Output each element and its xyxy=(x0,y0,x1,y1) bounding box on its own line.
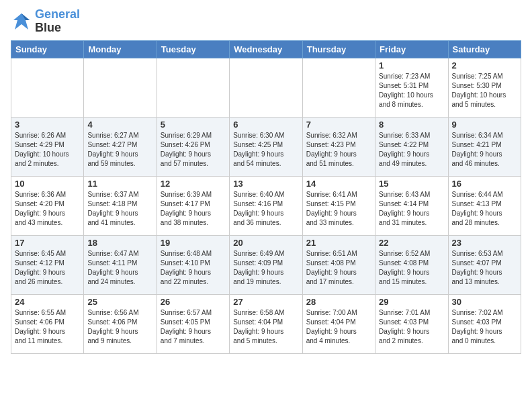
day-info: Sunrise: 6:44 AMSunset: 4:13 PMDaylight:… xyxy=(452,190,517,228)
calendar-table: SundayMondayTuesdayWednesdayThursdayFrid… xyxy=(11,40,521,354)
day-number: 14 xyxy=(306,179,371,189)
day-number: 20 xyxy=(233,238,298,248)
day-number: 6 xyxy=(233,120,298,130)
calendar-cell: 28Sunrise: 7:00 AMSunset: 4:04 PMDayligh… xyxy=(302,294,375,353)
calendar-cell xyxy=(11,58,84,117)
day-info: Sunrise: 6:53 AMSunset: 4:07 PMDaylight:… xyxy=(452,249,517,287)
day-info: Sunrise: 7:02 AMSunset: 4:03 PMDaylight:… xyxy=(452,308,517,346)
calendar-cell: 3Sunrise: 6:26 AMSunset: 4:29 PMDaylight… xyxy=(11,117,84,176)
day-number: 8 xyxy=(379,120,444,130)
day-info: Sunrise: 6:40 AMSunset: 4:16 PMDaylight:… xyxy=(233,190,298,228)
calendar-cell: 9Sunrise: 6:34 AMSunset: 4:21 PMDaylight… xyxy=(448,117,521,176)
calendar-cell: 22Sunrise: 6:52 AMSunset: 4:08 PMDayligh… xyxy=(375,235,448,294)
calendar-cell: 25Sunrise: 6:56 AMSunset: 4:06 PMDayligh… xyxy=(84,294,157,353)
calendar-cell: 8Sunrise: 6:33 AMSunset: 4:22 PMDaylight… xyxy=(375,117,448,176)
day-info: Sunrise: 6:37 AMSunset: 4:18 PMDaylight:… xyxy=(87,190,152,228)
svg-marker-0 xyxy=(13,13,30,30)
col-header-sunday: Sunday xyxy=(11,40,84,58)
day-number: 27 xyxy=(233,297,298,307)
calendar-cell: 7Sunrise: 6:32 AMSunset: 4:23 PMDaylight… xyxy=(302,117,375,176)
calendar-cell: 26Sunrise: 6:57 AMSunset: 4:05 PMDayligh… xyxy=(157,294,229,353)
calendar-cell: 15Sunrise: 6:43 AMSunset: 4:14 PMDayligh… xyxy=(375,176,448,235)
day-number: 21 xyxy=(306,238,371,248)
day-number: 24 xyxy=(15,297,80,307)
day-info: Sunrise: 6:48 AMSunset: 4:10 PMDaylight:… xyxy=(161,249,226,287)
day-number: 18 xyxy=(87,238,152,248)
logo-bird-icon xyxy=(11,11,32,32)
calendar-cell: 30Sunrise: 7:02 AMSunset: 4:03 PMDayligh… xyxy=(448,294,521,353)
calendar-cell: 12Sunrise: 6:39 AMSunset: 4:17 PMDayligh… xyxy=(157,176,229,235)
calendar-cell: 14Sunrise: 6:41 AMSunset: 4:15 PMDayligh… xyxy=(302,176,375,235)
calendar-cell xyxy=(84,58,157,117)
calendar-cell: 13Sunrise: 6:40 AMSunset: 4:16 PMDayligh… xyxy=(230,176,302,235)
day-number: 19 xyxy=(161,238,226,248)
day-info: Sunrise: 6:27 AMSunset: 4:27 PMDaylight:… xyxy=(87,131,152,169)
day-number: 16 xyxy=(452,179,517,189)
calendar-cell: 21Sunrise: 6:51 AMSunset: 4:08 PMDayligh… xyxy=(302,235,375,294)
calendar-cell: 27Sunrise: 6:58 AMSunset: 4:04 PMDayligh… xyxy=(230,294,302,353)
day-number: 30 xyxy=(452,297,517,307)
day-number: 12 xyxy=(161,179,226,189)
day-number: 11 xyxy=(87,179,152,189)
calendar-cell: 19Sunrise: 6:48 AMSunset: 4:10 PMDayligh… xyxy=(157,235,229,294)
day-number: 25 xyxy=(87,297,152,307)
day-number: 4 xyxy=(87,120,152,130)
day-info: Sunrise: 6:58 AMSunset: 4:04 PMDaylight:… xyxy=(233,308,298,346)
calendar-cell: 5Sunrise: 6:29 AMSunset: 4:26 PMDaylight… xyxy=(157,117,229,176)
day-number: 22 xyxy=(379,238,444,248)
day-number: 1 xyxy=(379,60,444,71)
day-number: 17 xyxy=(15,238,80,248)
calendar-cell: 16Sunrise: 6:44 AMSunset: 4:13 PMDayligh… xyxy=(448,176,521,235)
day-info: Sunrise: 6:52 AMSunset: 4:08 PMDaylight:… xyxy=(379,249,444,287)
day-number: 9 xyxy=(452,120,517,130)
day-number: 2 xyxy=(452,60,517,71)
col-header-friday: Friday xyxy=(375,40,448,58)
day-info: Sunrise: 6:34 AMSunset: 4:21 PMDaylight:… xyxy=(452,131,517,169)
day-info: Sunrise: 6:57 AMSunset: 4:05 PMDaylight:… xyxy=(161,308,226,346)
day-number: 10 xyxy=(15,179,80,189)
calendar-cell: 29Sunrise: 7:01 AMSunset: 4:03 PMDayligh… xyxy=(375,294,448,353)
day-number: 13 xyxy=(233,179,298,189)
calendar-cell xyxy=(230,58,302,117)
col-header-thursday: Thursday xyxy=(302,40,375,58)
day-number: 15 xyxy=(379,179,444,189)
day-info: Sunrise: 6:30 AMSunset: 4:25 PMDaylight:… xyxy=(233,131,298,169)
day-info: Sunrise: 6:45 AMSunset: 4:12 PMDaylight:… xyxy=(15,249,80,287)
day-info: Sunrise: 6:49 AMSunset: 4:09 PMDaylight:… xyxy=(233,249,298,287)
day-number: 29 xyxy=(379,297,444,307)
logo: General Blue xyxy=(11,8,80,35)
calendar-cell: 1Sunrise: 7:23 AMSunset: 5:31 PMDaylight… xyxy=(375,58,448,117)
calendar-cell xyxy=(302,58,375,117)
day-info: Sunrise: 6:33 AMSunset: 4:22 PMDaylight:… xyxy=(379,131,444,169)
day-number: 23 xyxy=(452,238,517,248)
day-info: Sunrise: 6:56 AMSunset: 4:06 PMDaylight:… xyxy=(87,308,152,346)
day-info: Sunrise: 6:36 AMSunset: 4:20 PMDaylight:… xyxy=(15,190,80,228)
logo-text: General Blue xyxy=(35,8,80,35)
calendar-cell: 4Sunrise: 6:27 AMSunset: 4:27 PMDaylight… xyxy=(84,117,157,176)
calendar-cell: 18Sunrise: 6:47 AMSunset: 4:11 PMDayligh… xyxy=(84,235,157,294)
day-info: Sunrise: 6:26 AMSunset: 4:29 PMDaylight:… xyxy=(15,131,80,169)
day-info: Sunrise: 6:39 AMSunset: 4:17 PMDaylight:… xyxy=(161,190,226,228)
day-info: Sunrise: 6:43 AMSunset: 4:14 PMDaylight:… xyxy=(379,190,444,228)
day-info: Sunrise: 7:00 AMSunset: 4:04 PMDaylight:… xyxy=(306,308,371,346)
col-header-saturday: Saturday xyxy=(448,40,521,58)
col-header-wednesday: Wednesday xyxy=(230,40,302,58)
day-info: Sunrise: 6:29 AMSunset: 4:26 PMDaylight:… xyxy=(161,131,226,169)
calendar-cell: 17Sunrise: 6:45 AMSunset: 4:12 PMDayligh… xyxy=(11,235,84,294)
day-number: 7 xyxy=(306,120,371,130)
day-number: 28 xyxy=(306,297,371,307)
calendar-cell: 6Sunrise: 6:30 AMSunset: 4:25 PMDaylight… xyxy=(230,117,302,176)
day-number: 26 xyxy=(161,297,226,307)
day-info: Sunrise: 7:01 AMSunset: 4:03 PMDaylight:… xyxy=(379,308,444,346)
calendar-cell: 11Sunrise: 6:37 AMSunset: 4:18 PMDayligh… xyxy=(84,176,157,235)
col-header-tuesday: Tuesday xyxy=(157,40,229,58)
calendar-cell: 20Sunrise: 6:49 AMSunset: 4:09 PMDayligh… xyxy=(230,235,302,294)
col-header-monday: Monday xyxy=(84,40,157,58)
day-number: 5 xyxy=(161,120,226,130)
day-info: Sunrise: 7:23 AMSunset: 5:31 PMDaylight:… xyxy=(379,72,444,109)
calendar-cell xyxy=(157,58,229,117)
day-number: 3 xyxy=(15,120,80,130)
calendar-cell: 2Sunrise: 7:25 AMSunset: 5:30 PMDaylight… xyxy=(448,58,521,117)
day-info: Sunrise: 6:32 AMSunset: 4:23 PMDaylight:… xyxy=(306,131,371,169)
day-info: Sunrise: 7:25 AMSunset: 5:30 PMDaylight:… xyxy=(452,72,517,109)
